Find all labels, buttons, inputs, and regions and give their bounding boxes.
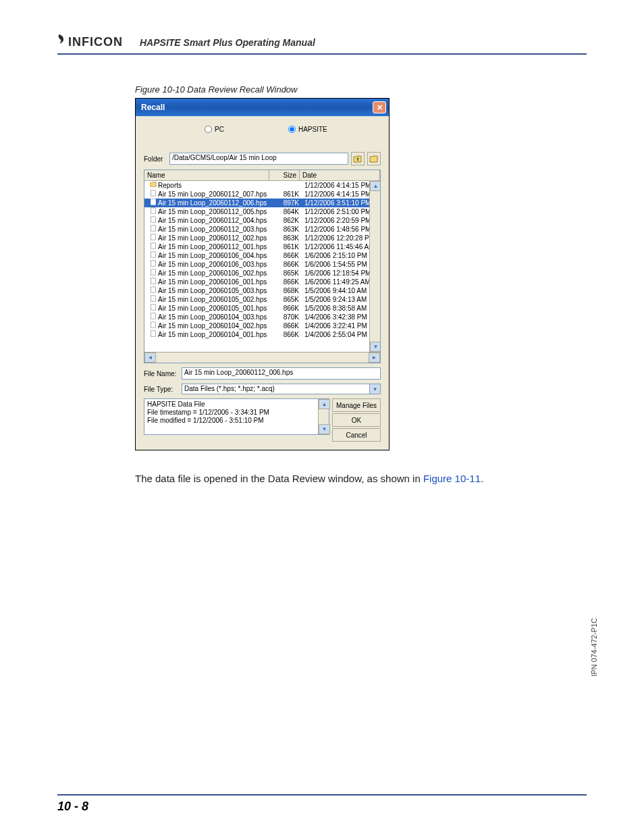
chevron-down-icon[interactable]: ▼ <box>369 384 381 394</box>
file-date: 1/5/2006 8:38:58 AM <box>302 304 379 313</box>
file-icon <box>150 304 157 313</box>
list-item[interactable]: Air 15 min Loop_20060106_004.hps866K1/6/… <box>144 251 380 260</box>
file-size: 866K <box>275 321 302 330</box>
manage-files-button[interactable]: Manage Files <box>332 398 381 412</box>
file-icon <box>150 207 157 216</box>
file-size: 861K <box>275 242 302 251</box>
svg-rect-8 <box>151 261 156 266</box>
list-item[interactable]: Air 15 min Loop_20060106_002.hps865K1/6/… <box>144 269 380 278</box>
scroll-left-icon[interactable]: ◄ <box>144 353 156 363</box>
folder-label: Folder <box>144 155 167 163</box>
folder-icon <box>150 181 157 190</box>
list-item[interactable]: Air 15 min Loop_20060104_002.hps866K1/4/… <box>144 321 380 330</box>
list-item[interactable]: Reports1/12/2006 4:14:15 PM <box>144 181 380 190</box>
cancel-button[interactable]: Cancel <box>332 428 381 442</box>
folder-input[interactable]: /Data/GCMS/Loop/Air 15 min Loop <box>169 153 348 165</box>
file-icon <box>150 190 157 199</box>
file-name: Air 15 min Loop_20060112_002.hps <box>158 234 267 242</box>
scroll-right-icon[interactable]: ► <box>369 353 380 363</box>
file-icon <box>150 234 157 242</box>
file-size: 862K <box>275 216 302 225</box>
col-date[interactable]: Date <box>300 170 380 180</box>
dialog-title: Recall <box>141 103 165 112</box>
list-item[interactable]: Air 15 min Loop_20060112_006.hps897K1/12… <box>144 199 380 207</box>
horizontal-scrollbar[interactable]: ◄ ► <box>144 352 380 363</box>
file-name: Air 15 min Loop_20060104_002.hps <box>158 321 267 330</box>
list-item[interactable]: Air 15 min Loop_20060112_007.hps861K1/12… <box>144 190 380 199</box>
file-size: 866K <box>275 330 302 339</box>
file-date: 1/12/2006 2:51:00 PM <box>302 207 379 216</box>
radio-hapsite[interactable]: HAPSITE <box>288 126 327 133</box>
file-rows[interactable]: Reports1/12/2006 4:14:15 PMAir 15 min Lo… <box>144 181 380 352</box>
list-header[interactable]: Name Size Date <box>144 170 380 181</box>
col-size[interactable]: Size <box>269 170 300 180</box>
file-icon <box>150 330 157 339</box>
list-item[interactable]: Air 15 min Loop_20060112_004.hps862K1/12… <box>144 216 380 225</box>
svg-rect-12 <box>151 296 156 301</box>
file-name: Air 15 min Loop_20060112_005.hps <box>158 207 267 216</box>
col-name[interactable]: Name <box>144 170 269 180</box>
svg-rect-13 <box>151 305 156 310</box>
info-line-2: File timestamp = 1/12/2006 - 3:34:31 PM <box>147 409 326 417</box>
file-size: 897K <box>275 199 302 207</box>
svg-rect-10 <box>151 278 156 284</box>
page-number: 10 - 8 <box>57 800 88 813</box>
file-icon <box>150 295 157 304</box>
list-item[interactable]: Air 15 min Loop_20060112_002.hps863K1/12… <box>144 234 380 242</box>
file-icon <box>150 251 157 260</box>
list-item[interactable]: Air 15 min Loop_20060105_003.hps868K1/5/… <box>144 286 380 295</box>
list-item[interactable]: Air 15 min Loop_20060104_003.hps870K1/4/… <box>144 313 380 321</box>
ipn-number: IPN 074-472-P1C <box>590 618 598 677</box>
file-size <box>275 181 302 190</box>
list-item[interactable]: Air 15 min Loop_20060105_001.hps866K1/5/… <box>144 304 380 313</box>
scroll-up-icon[interactable]: ▲ <box>370 181 380 191</box>
list-item[interactable]: Air 15 min Loop_20060104_001.hps866K1/4/… <box>144 330 380 339</box>
figure-link[interactable]: Figure 10-11 <box>423 473 481 484</box>
file-name: Air 15 min Loop_20060112_004.hps <box>158 216 267 225</box>
file-name-input[interactable]: Air 15 min Loop_20060112_006.hps <box>182 367 381 380</box>
file-icon <box>150 216 157 225</box>
file-type-dropdown[interactable]: Data Files (*.hps; *.hpz; *.acq) ▼ <box>182 384 381 394</box>
svg-rect-1 <box>151 199 156 205</box>
file-size: 866K <box>275 260 302 269</box>
file-name: Air 15 min Loop_20060112_001.hps <box>158 242 267 251</box>
file-list-area: Name Size Date Reports1/12/2006 4:14:15 … <box>144 170 381 363</box>
scroll-up-icon[interactable]: ▲ <box>319 399 330 409</box>
svg-rect-5 <box>151 234 156 240</box>
scroll-down-icon[interactable]: ▼ <box>370 342 380 352</box>
file-date: 1/12/2006 1:48:56 PM <box>302 225 379 234</box>
file-name: Air 15 min Loop_20060105_003.hps <box>158 286 267 295</box>
svg-rect-3 <box>151 217 156 222</box>
svg-rect-6 <box>151 243 156 249</box>
list-item[interactable]: Air 15 min Loop_20060112_001.hps861K1/12… <box>144 242 380 251</box>
list-item[interactable]: Air 15 min Loop_20060105_002.hps865K1/5/… <box>144 295 380 304</box>
svg-rect-15 <box>151 322 156 328</box>
file-size: 865K <box>275 295 302 304</box>
file-icon <box>150 225 157 234</box>
dialog-titlebar[interactable]: Recall ✕ <box>136 99 389 116</box>
new-folder-icon[interactable] <box>367 152 381 165</box>
file-date: 1/12/2006 4:14:15 PM <box>302 181 379 190</box>
ok-button[interactable]: OK <box>332 413 381 427</box>
file-date: 1/6/2006 2:15:10 PM <box>302 251 379 260</box>
file-icon <box>150 278 157 286</box>
file-size: 863K <box>275 234 302 242</box>
list-item[interactable]: Air 15 min Loop_20060106_001.hps866K1/6/… <box>144 278 380 286</box>
scroll-down-icon[interactable]: ▼ <box>319 424 330 434</box>
list-item[interactable]: Air 15 min Loop_20060112_003.hps863K1/12… <box>144 225 380 234</box>
file-size: 866K <box>275 278 302 286</box>
radio-pc[interactable]: PC <box>205 126 224 133</box>
close-icon[interactable]: ✕ <box>373 101 386 113</box>
list-item[interactable]: Air 15 min Loop_20060112_005.hps864K1/12… <box>144 207 380 216</box>
brand-logo: INFICON <box>57 34 123 49</box>
file-date: 1/5/2006 9:24:13 AM <box>302 295 379 304</box>
info-line-3: File modified = 1/12/2006 - 3:51:10 PM <box>147 417 326 425</box>
recall-dialog: Recall ✕ PC HAPSITE Folder /Data/GCMS/Lo… <box>135 98 390 450</box>
file-date: 1/6/2006 12:18:54 PM <box>302 269 379 278</box>
vertical-scrollbar[interactable]: ▲ ▼ <box>369 181 380 352</box>
up-folder-icon[interactable] <box>351 152 365 165</box>
info-scrollbar[interactable]: ▲ ▼ <box>318 399 329 434</box>
file-name: Air 15 min Loop_20060105_002.hps <box>158 295 267 304</box>
list-item[interactable]: Air 15 min Loop_20060106_003.hps866K1/6/… <box>144 260 380 269</box>
file-name: Air 15 min Loop_20060105_001.hps <box>158 304 267 313</box>
